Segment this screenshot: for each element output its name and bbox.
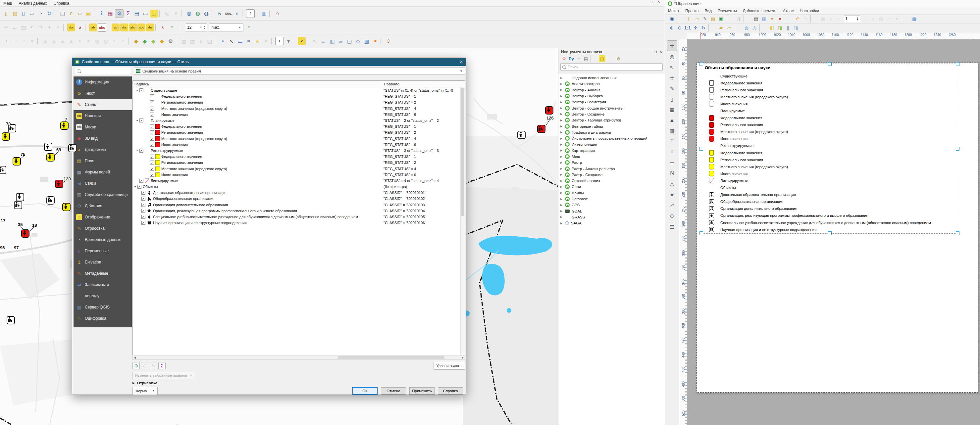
form-button[interactable]: Форма▼ bbox=[132, 387, 158, 395]
toolbar-icon[interactable]: ▨ bbox=[11, 10, 19, 17]
toolbar-icon[interactable]: abc bbox=[146, 24, 154, 32]
toolbar-icon[interactable]: ⚙ bbox=[115, 9, 124, 18]
expand-icon[interactable]: ▼ bbox=[135, 89, 140, 92]
toolbar-icon[interactable]: ▾ bbox=[285, 37, 293, 45]
atlas-page-spinner[interactable]: 1 ▲▼ bbox=[844, 16, 860, 22]
expand-arrow-icon[interactable]: ▶ bbox=[560, 186, 563, 188]
expand-arrow-icon[interactable]: ▶ bbox=[560, 119, 563, 122]
menu-item[interactable]: Меш bbox=[0, 0, 15, 6]
processing-group[interactable]: ▶ Анализ растров bbox=[558, 81, 665, 87]
expand-arrow-icon[interactable]: ▶ bbox=[560, 82, 563, 86]
map-marker[interactable] bbox=[60, 122, 68, 130]
processing-group[interactable]: ▶ Недавно использованные bbox=[558, 75, 665, 81]
column-header-label[interactable]: надпись bbox=[133, 82, 149, 86]
rule-row[interactable]: ▼ ✓ Иного значения "REG_STATUS" = 6 bbox=[133, 142, 465, 147]
toolbar-icon[interactable]: ◆ bbox=[150, 37, 158, 45]
toolbar-icon[interactable]: ◍ bbox=[202, 10, 210, 17]
expand-arrow-icon[interactable]: ▶ bbox=[560, 137, 563, 140]
toolbar-icon[interactable]: ▯ bbox=[735, 15, 742, 22]
toolbar-icon[interactable]: ▭ bbox=[236, 37, 244, 45]
toolbar-icon[interactable] bbox=[271, 38, 274, 44]
processing-toolbar-icon[interactable]: ⚙ bbox=[615, 55, 622, 62]
map-marker[interactable] bbox=[14, 201, 22, 209]
toolbar-icon[interactable]: ▤ bbox=[877, 15, 885, 22]
toolbar-icon[interactable] bbox=[269, 10, 272, 17]
processing-group[interactable]: ▶ GRASS bbox=[558, 214, 665, 220]
toolbar-icon[interactable]: ▢ bbox=[345, 37, 353, 45]
map-marker[interactable] bbox=[0, 166, 6, 174]
toolbar-icon[interactable]: ∥ bbox=[784, 24, 792, 32]
rule-checkbox[interactable]: ✓ bbox=[150, 167, 154, 171]
layout-tool-button[interactable]: ✎ bbox=[667, 83, 677, 94]
rule-row[interactable]: ▼ ✓ Организация дополнительного образова… bbox=[133, 202, 465, 208]
toolbar-icon[interactable]: ▫ bbox=[177, 24, 185, 32]
rule-row[interactable]: ▼ ✓ Дошкольная образовательная организац… bbox=[133, 190, 465, 196]
toolbar-icon[interactable] bbox=[785, 15, 792, 22]
resize-handle[interactable] bbox=[700, 62, 703, 66]
toolbar-icon[interactable]: ◔ bbox=[37, 10, 45, 17]
toolbar-icon[interactable]: ◨ bbox=[776, 24, 784, 32]
processing-group[interactable]: ▶ GPS bbox=[558, 202, 665, 208]
toolbar-icon[interactable]: ▣ bbox=[668, 15, 675, 22]
menu-item[interactable]: Анализ данных bbox=[15, 0, 50, 6]
toolbar-icon[interactable] bbox=[677, 15, 684, 22]
map-marker[interactable] bbox=[6, 316, 15, 324]
toolbar-icon[interactable]: ⚙ bbox=[167, 37, 175, 45]
toolbar-icon[interactable]: V bbox=[298, 37, 306, 45]
sidebar-tab[interactable]: ▢ Отображение bbox=[73, 211, 132, 223]
rule-row[interactable]: ▼ ✓ Организация, реализующая программы п… bbox=[133, 208, 465, 214]
toolbar-icon[interactable]: ✧ bbox=[54, 24, 62, 32]
rule-checkbox[interactable]: ✓ bbox=[150, 100, 154, 104]
rule-checkbox[interactable]: ✓ bbox=[140, 179, 143, 183]
toolbar-icon[interactable]: ↷ bbox=[802, 15, 809, 22]
rule-row[interactable]: ▼ ✓ Специальное учебно-воспитательное уч… bbox=[133, 214, 465, 220]
toolbar-icon[interactable] bbox=[810, 15, 818, 22]
layout-tool-button[interactable]: ★ bbox=[667, 189, 677, 199]
expand-arrow-icon[interactable]: ▶ bbox=[560, 173, 563, 176]
sidebar-tab[interactable]: ◔ Временные данные bbox=[73, 234, 132, 245]
expand-arrow-icon[interactable]: ▶ bbox=[560, 179, 563, 182]
rule-checkbox[interactable]: ✓ bbox=[150, 143, 154, 147]
processing-group[interactable]: ▶ Растр bbox=[558, 160, 665, 165]
legend-item[interactable]: Объекты образования и науки Существующие bbox=[701, 63, 958, 234]
toolbar-icon[interactable]: ◎ bbox=[751, 24, 758, 32]
rule-checkbox[interactable]: ✓ bbox=[142, 197, 145, 201]
toolbar-icon[interactable]: ◨ bbox=[792, 24, 800, 32]
toolbar-icon[interactable] bbox=[212, 10, 214, 17]
rule-row[interactable]: ▼ ✓ Федерального значения "REG_STATUS" =… bbox=[133, 154, 465, 160]
sidebar-tab[interactable]: ▤ Поля bbox=[73, 155, 132, 167]
toolbar-icon[interactable]: ◖ bbox=[233, 10, 241, 17]
toolbar-icon[interactable]: ✦ bbox=[76, 37, 84, 45]
toolbar-icon[interactable]: ◍ bbox=[93, 37, 101, 45]
sidebar-tab[interactable]: ε Переменные bbox=[73, 245, 132, 257]
toolbar-icon[interactable]: ε bbox=[197, 37, 205, 45]
toolbar-icon[interactable]: ◆ bbox=[141, 37, 149, 45]
toolbar-icon[interactable] bbox=[181, 10, 184, 17]
processing-group[interactable]: ▶ Интерполяция bbox=[558, 141, 665, 147]
rule-row[interactable]: ▼ ✓ Регионального значения "REG_STATUS" … bbox=[133, 99, 465, 105]
dialog-titlebar[interactable]: Свойства слоя — Объекты образования и на… bbox=[72, 58, 466, 66]
menu-item[interactable]: Добавить элемент bbox=[740, 8, 780, 14]
rule-row[interactable]: ▼ ✓ Реконструируемые "STATUS" = 3 or "st… bbox=[133, 147, 465, 154]
toolbar-icon[interactable] bbox=[215, 38, 218, 44]
toolbar-icon[interactable]: ▢ bbox=[150, 10, 158, 17]
toolbar-icon[interactable]: ▦ bbox=[188, 37, 196, 45]
map-marker[interactable] bbox=[44, 143, 52, 151]
rule-row[interactable]: ▼ ✓ Иного значения "REG_STATUS" = 6 bbox=[133, 111, 465, 117]
float-panel-icon[interactable]: ❐ bbox=[654, 50, 657, 54]
toolbar-icon[interactable]: ▨ bbox=[710, 15, 717, 22]
toolbar-icon[interactable]: ◆ bbox=[132, 37, 140, 45]
sidebar-tab[interactable]: ◕ Диаграммы bbox=[73, 144, 132, 155]
toolbar-icon[interactable]: ▾ bbox=[893, 15, 900, 22]
toolbar-icon[interactable]: A bbox=[219, 37, 227, 45]
toolbar-icon[interactable]: ◕ bbox=[76, 24, 84, 32]
toolbar-icon[interactable]: ▣ bbox=[718, 15, 725, 22]
layout-tool-button[interactable]: ↗ bbox=[667, 200, 677, 210]
rule-checkbox[interactable]: ✓ bbox=[150, 94, 154, 98]
processing-toolbar-icon[interactable]: Py bbox=[568, 55, 574, 62]
rule-row[interactable]: ▼ ✓ Объекты (без фильтра) bbox=[133, 184, 465, 190]
layout-titlebar[interactable]: *Образование bbox=[665, 0, 980, 7]
rule-checkbox[interactable]: ✓ bbox=[150, 130, 154, 135]
sidebar-tab[interactable]: abc Маски bbox=[73, 122, 132, 133]
toolbar-icon[interactable]: ✂ bbox=[2, 24, 10, 32]
